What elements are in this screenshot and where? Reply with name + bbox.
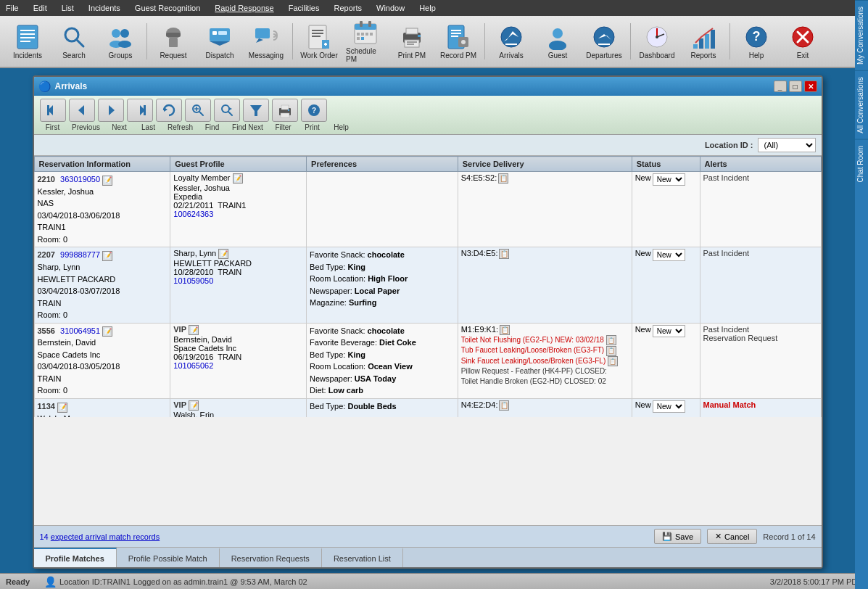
toolbar-recordpm[interactable]: Record PM: [437, 19, 480, 64]
label-findnext: Find Next: [228, 123, 268, 131]
next-button[interactable]: [98, 99, 124, 122]
help-nav-button[interactable]: ?: [301, 99, 327, 122]
menu-help[interactable]: Help: [416, 2, 439, 14]
toolbar-arrivals[interactable]: Arrivals: [489, 19, 533, 64]
close-button[interactable]: ✕: [804, 81, 817, 92]
minimize-button[interactable]: _: [774, 81, 787, 92]
last-button[interactable]: [127, 99, 153, 122]
status-select-3[interactable]: New: [653, 325, 685, 337]
status-select-4[interactable]: New: [653, 400, 685, 413]
location-select[interactable]: (All): [758, 138, 816, 152]
sidebar-tab-all-conversations[interactable]: All Conversations: [855, 70, 868, 139]
col-reservation-info[interactable]: Reservation Information: [34, 157, 170, 172]
edit-icon-2[interactable]: 📝: [102, 251, 112, 261]
preferences-3: Favorite Snack: chocolate Favorite Bever…: [307, 323, 458, 398]
srv-icon-3a[interactable]: 📋: [606, 335, 616, 345]
label-help: Help: [328, 123, 355, 131]
status-4: New New: [632, 398, 700, 417]
toolbar-exit[interactable]: Exit: [781, 19, 824, 64]
toolbar-search[interactable]: Search: [52, 19, 96, 64]
tab-reservation-requests[interactable]: Reservation Requests: [220, 548, 322, 567]
col-status[interactable]: Status: [632, 157, 700, 172]
guest-edit-icon-4[interactable]: 📝: [189, 400, 199, 411]
tab-profile-matches[interactable]: Profile Matches: [34, 548, 117, 567]
maximize-button[interactable]: □: [789, 81, 802, 92]
arrivals-table: Reservation Information Guest Profile Pr…: [34, 156, 822, 417]
first-button[interactable]: [40, 99, 66, 122]
svg-rect-1: [20, 30, 35, 31]
tab-profile-possible-match[interactable]: Profile Possible Match: [117, 548, 220, 567]
search-icon: [61, 24, 87, 50]
toolbar-printpm[interactable]: Print PM: [390, 19, 434, 64]
service-icon-2[interactable]: 📋: [499, 249, 509, 259]
menu-list[interactable]: List: [59, 2, 77, 14]
edit-icon-1[interactable]: 📝: [102, 176, 112, 186]
edit-icon-3[interactable]: 📝: [102, 326, 112, 337]
sidebar-tab-chat-room[interactable]: Chat Room: [855, 139, 868, 189]
toolbar-workorder[interactable]: Work Order: [297, 19, 341, 64]
table-row[interactable]: 3556 310064951 📝 Bernstein, David Space …: [34, 323, 821, 398]
toolbar-request[interactable]: Request: [152, 19, 195, 64]
table-scroll[interactable]: Reservation Information Guest Profile Pr…: [34, 156, 822, 417]
menu-incidents[interactable]: Incidents: [86, 2, 123, 14]
service-icon-1[interactable]: 📋: [498, 173, 508, 184]
label-next: Next: [107, 123, 133, 131]
print-button[interactable]: [272, 99, 298, 122]
service-icon-4[interactable]: 📋: [499, 400, 509, 411]
guest-edit-icon-1[interactable]: 📝: [233, 173, 243, 184]
status-select-1[interactable]: New: [653, 173, 685, 186]
guest-edit-icon-3[interactable]: 📝: [189, 325, 199, 335]
sidebar-tab-my-conversations[interactable]: My Conversations: [855, 0, 868, 70]
status-select-2[interactable]: New: [653, 249, 685, 261]
window-controls: _ □ ✕: [774, 81, 817, 92]
expected-arrival-link[interactable]: expected arrival match records: [51, 532, 160, 541]
svg-rect-55: [705, 34, 709, 49]
save-icon: 💾: [662, 532, 672, 541]
findnext-button[interactable]: [214, 99, 240, 122]
table-row[interactable]: 1134 📝 Walsh, Ms Amex 03/04/2018-03/06/2…: [34, 398, 821, 417]
cancel-button[interactable]: ✕ Cancel: [707, 529, 757, 544]
table-row[interactable]: 2207 999888777 📝 Sharp, Lynn HEWLETT PAC…: [34, 247, 821, 323]
guest-edit-icon-2[interactable]: 📝: [218, 249, 228, 259]
svg-rect-26: [355, 24, 376, 30]
toolbar-messaging[interactable]: Messaging: [244, 19, 288, 64]
filter-button[interactable]: [243, 99, 269, 122]
departures-icon: [591, 24, 617, 50]
menu-facilities[interactable]: Facilities: [286, 2, 323, 14]
save-button[interactable]: 💾 Save: [654, 529, 701, 544]
toolbar-sep-1: [146, 23, 147, 59]
svg-rect-34: [361, 37, 364, 40]
col-preferences[interactable]: Preferences: [307, 157, 458, 172]
service-icon-3[interactable]: 📋: [500, 325, 510, 335]
tab-reservation-list[interactable]: Reservation List: [322, 548, 403, 567]
menu-guest-recognition[interactable]: Guest Recognition: [132, 2, 204, 14]
toolbar-help[interactable]: ? Help: [735, 19, 778, 64]
edit-icon-4[interactable]: 📝: [57, 403, 67, 413]
recordpm-icon: [445, 24, 471, 50]
printpm-icon: [399, 24, 425, 50]
toolbar-departures[interactable]: Departures: [582, 19, 626, 64]
table-row[interactable]: 2210 363019050 📝 Kessler, Joshua NAS 03/…: [34, 172, 821, 247]
srv-icon-3c[interactable]: 📋: [608, 356, 618, 366]
find-button[interactable]: [185, 99, 211, 122]
toolbar-groups[interactable]: Groups: [99, 19, 142, 64]
menu-window[interactable]: Window: [373, 2, 408, 14]
toolbar-guest[interactable]: Guest: [536, 19, 579, 64]
menu-reports[interactable]: Reports: [331, 2, 365, 14]
col-service-delivery[interactable]: Service Delivery: [458, 157, 632, 172]
toolbar-dispatch[interactable]: Dispatch: [198, 19, 241, 64]
location-bar: Location ID : (All): [34, 135, 822, 156]
toolbar-incidents[interactable]: Incidents: [6, 19, 49, 64]
toolbar-schedulepm[interactable]: Schedule PM: [344, 19, 387, 64]
srv-icon-3b[interactable]: 📋: [606, 346, 616, 356]
toolbar-dashboard[interactable]: Dashboard: [635, 19, 679, 64]
menu-edit[interactable]: Edit: [30, 2, 50, 14]
menu-file[interactable]: File: [3, 2, 22, 14]
toolbar-reports[interactable]: Reports: [682, 19, 725, 64]
refresh-button[interactable]: [156, 99, 182, 122]
previous-button[interactable]: [69, 99, 95, 122]
menu-rapid-response[interactable]: Rapid Response: [212, 2, 276, 14]
col-alerts[interactable]: Alerts: [700, 157, 821, 172]
col-guest-profile[interactable]: Guest Profile: [170, 157, 307, 172]
svg-rect-32: [370, 33, 373, 36]
